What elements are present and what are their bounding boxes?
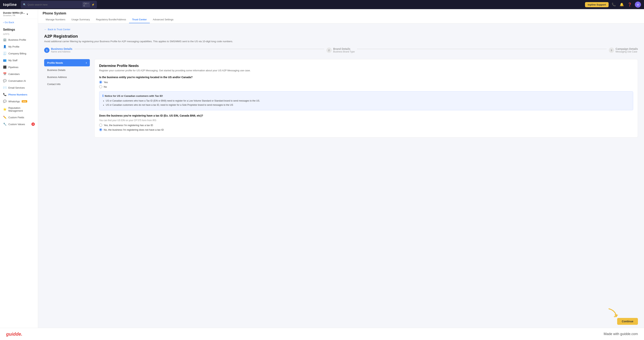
sidebar-item-custom-values[interactable]: 🔧 Custom Values 4 xyxy=(0,121,38,128)
tab-regulatory[interactable]: Regulatory Bundle/Address xyxy=(93,16,129,23)
sidebar-item-label: Email Services xyxy=(8,86,25,89)
account-switcher[interactable]: Dunder Mifflin [D... Scranton, PA ▾ xyxy=(0,9,38,19)
search-icon: 🔍 xyxy=(23,3,26,6)
continue-button[interactable]: Continue xyxy=(617,318,638,325)
continue-area: Continue xyxy=(617,318,638,325)
step-1-name: Business Details xyxy=(51,47,72,50)
page-body: ← Back to Trust Center A2P Registration … xyxy=(38,23,644,340)
avatar[interactable]: U xyxy=(635,1,641,7)
left-column: Profile Needs › Business Details Busines… xyxy=(44,59,90,137)
sidebar-item-business-profile[interactable]: 🏢 Business Profile xyxy=(0,36,38,43)
notice-item-1: US or Canadian customers who have a Tax … xyxy=(106,99,630,102)
left-nav-label: Business Address xyxy=(47,76,67,78)
sidebar-item-conversation-ai[interactable]: 💬 Conversation AI xyxy=(0,77,38,84)
arrow-right-icon: › xyxy=(86,61,87,64)
help-button[interactable]: ❓ xyxy=(627,2,632,7)
settings-label: Settings xyxy=(0,26,38,32)
question-1-label: Is the business entity you're registerin… xyxy=(99,76,633,79)
arrow-left-icon: ← xyxy=(44,28,47,31)
tab-advanced-settings[interactable]: Advanced Settings xyxy=(150,16,176,23)
radio-no-tax-label: No, the business I'm registering does no… xyxy=(104,128,164,131)
notice-list: US or Canadian customers who have a Tax … xyxy=(102,99,630,107)
sidebar-item-company-billing[interactable]: 🧾 Company Billing xyxy=(0,50,38,57)
sidebar-item-label: Calendars xyxy=(8,73,20,75)
sidebar-item-pipelines[interactable]: ⬛ Pipelines xyxy=(0,64,38,70)
step-1-circle: 1 xyxy=(44,47,50,53)
guidde-tagline: Made with guidde.com xyxy=(604,332,638,336)
sidebar-item-custom-fields[interactable]: ✏️ Custom Fields xyxy=(0,114,38,121)
step-2-sub: Business Brand Type xyxy=(333,50,355,53)
form-card: Determine Profile Needs Register your cu… xyxy=(94,59,638,137)
radio-no-input[interactable] xyxy=(99,85,102,88)
step-3-sub: Messaging Use Case xyxy=(616,50,638,53)
step-1-sub: Name and Address xyxy=(51,50,72,53)
sidebar-item-label: Business Profile xyxy=(8,38,26,41)
content-columns: Profile Needs › Business Details Busines… xyxy=(44,59,638,137)
guidde-footer: guidde. Made with guidde.com xyxy=(0,328,644,340)
radio-no[interactable]: No xyxy=(99,85,633,88)
sidebar-item-whatsapp[interactable]: 💬 WhatsApp beta xyxy=(0,98,38,105)
sidebar-item-label: Conversation AI xyxy=(8,79,26,82)
step-3-name: Campaign Details xyxy=(616,47,638,50)
staff-icon: 👥 xyxy=(3,58,6,62)
phone-icon: 📞 xyxy=(3,93,6,96)
step-campaign-details: 3 Campaign Details Messaging Use Case xyxy=(609,47,638,53)
sidebar-item-email-services[interactable]: ✉️ Email Services xyxy=(0,84,38,91)
tab-usage-summary[interactable]: Usage Summary xyxy=(68,16,93,23)
ai-icon: 💬 xyxy=(3,79,6,82)
radio-yes-input[interactable] xyxy=(99,81,102,84)
radio-no-tax[interactable]: No, the business I'm registering does no… xyxy=(99,128,633,131)
sidebar-item-label: Custom Fields xyxy=(8,116,24,119)
sidebar-item-label: Reputation Management xyxy=(8,106,35,112)
back-to-trust-center[interactable]: ← Back to Trust Center xyxy=(44,28,638,31)
sidebar-item-reputation-management[interactable]: ⭐ Reputation Management xyxy=(0,105,38,114)
support-button[interactable]: topline Support xyxy=(585,2,608,7)
left-nav-business-details[interactable]: Business Details xyxy=(44,67,90,73)
billing-icon: 🧾 xyxy=(3,52,6,55)
building-icon: 🏢 xyxy=(3,38,6,41)
search-input[interactable] xyxy=(28,3,81,6)
search-bar[interactable]: 🔍 Ctrl + K ⚡ xyxy=(21,1,97,8)
step-3-circle: 3 xyxy=(609,47,614,53)
phone-icon-button[interactable]: 📞 xyxy=(611,2,616,7)
radio-yes[interactable]: Yes xyxy=(99,81,633,84)
sidebar-item-calendars[interactable]: 📅 Calendars xyxy=(0,70,38,77)
sidebar-item-phone-numbers[interactable]: 📞 Phone Numbers xyxy=(0,91,38,98)
sidebar-item-my-profile[interactable]: 👤 My Profile xyxy=(0,43,38,50)
chevron-down-icon: ▾ xyxy=(27,12,28,15)
notice-box: ℹ Notice for US or Canadian customers wi… xyxy=(99,91,633,110)
left-nav-business-address[interactable]: Business Address xyxy=(44,74,90,80)
main-content: Phone System Manage Numbers Usage Summar… xyxy=(38,9,644,340)
question-2-section: Does the business you're registering hav… xyxy=(99,114,633,131)
beta-badge: beta xyxy=(22,100,27,102)
custom-values-icon: 🔧 xyxy=(3,122,6,126)
user-icon: 👤 xyxy=(3,45,6,48)
radio-no-tax-input[interactable] xyxy=(99,128,102,131)
tab-trust-center[interactable]: Trust Center xyxy=(129,16,150,23)
left-nav-contact-info[interactable]: Contact Info xyxy=(44,81,90,87)
step-brand-details: 2 Brand Details Business Brand Type xyxy=(326,47,355,53)
app-logo: topline xyxy=(3,2,17,7)
tabs-row: Manage Numbers Usage Summary Regulatory … xyxy=(43,16,640,23)
apps-label: Apps xyxy=(0,32,38,36)
go-back-link[interactable]: ‹ Go Back xyxy=(0,19,38,26)
whatsapp-icon: 💬 xyxy=(3,100,6,103)
chevron-left-icon: ‹ xyxy=(3,21,4,24)
tab-manage-numbers[interactable]: Manage Numbers xyxy=(43,16,68,23)
step-business-details: 1 Business Details Name and Address xyxy=(44,47,72,53)
right-column: Determine Profile Needs Register your cu… xyxy=(94,59,638,137)
account-location: Scranton, PA xyxy=(3,14,25,16)
notifications-button[interactable]: 🔔 xyxy=(619,2,624,7)
left-nav-profile-needs[interactable]: Profile Needs › xyxy=(44,59,90,66)
notice-title: Notice for US or Canadian customers with… xyxy=(105,94,163,97)
radio-yes-tax[interactable]: Yes, the business I'm registering has a … xyxy=(99,124,633,127)
radio-yes-tax-input[interactable] xyxy=(99,124,102,127)
sidebar-item-label: My Profile xyxy=(8,45,20,48)
question-2-hint: You can find your US EIN on your CP 575 … xyxy=(99,119,633,122)
sidebar-item-my-staff[interactable]: 👥 My Staff xyxy=(0,57,38,64)
notification-badge: 4 xyxy=(32,122,35,126)
question-2-label: Does the business you're registering hav… xyxy=(99,114,633,117)
calendar-icon: 📅 xyxy=(3,72,6,76)
page-title: A2P Registration xyxy=(44,34,638,39)
step-2-name: Brand Details xyxy=(333,47,355,50)
